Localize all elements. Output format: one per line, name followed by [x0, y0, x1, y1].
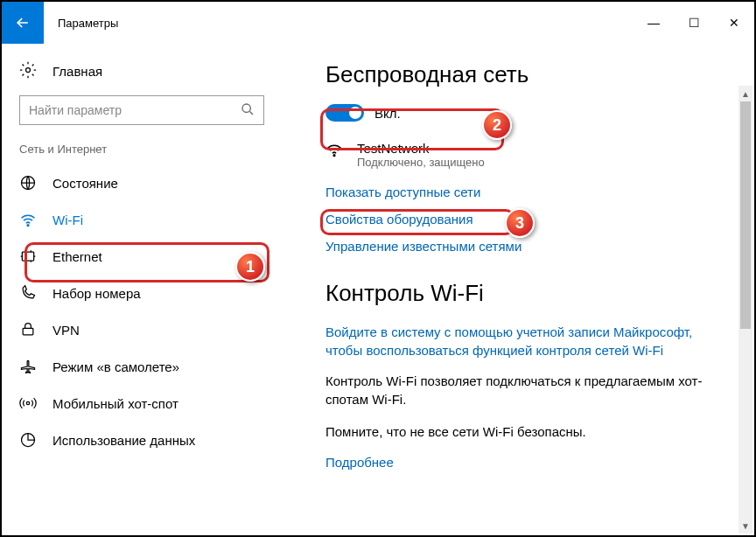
nav-label: Мобильный хот-спот	[52, 396, 178, 411]
wifi-toggle-label: Вкл.	[374, 106, 401, 121]
section-label: Сеть и Интернет	[2, 143, 282, 164]
hotspot-icon	[19, 394, 37, 412]
ethernet-icon	[19, 248, 37, 265]
badge-3: 3	[505, 208, 535, 238]
sidebar: Главная Найти параметр Сеть и Интернет С…	[2, 44, 282, 535]
search-input[interactable]: Найти параметр	[19, 95, 264, 125]
wifi-safety-note: Помните, что не все сети Wi-Fi безопасны…	[326, 422, 728, 441]
window-title: Параметры	[44, 2, 634, 44]
gear-icon	[19, 61, 37, 81]
home-label: Главная	[52, 64, 102, 79]
badge-1: 1	[235, 252, 265, 282]
nav-label: Состояние	[52, 176, 118, 191]
svg-point-1	[242, 104, 250, 112]
svg-rect-4	[22, 252, 33, 261]
wifi-signal-icon	[326, 141, 343, 158]
wifi-toggle-row: Вкл.	[326, 104, 728, 122]
section-heading-wifi-control: Контроль Wi-Fi	[326, 280, 728, 307]
link-manage-known[interactable]: Управление известными сетями	[326, 239, 728, 254]
nav-label: VPN	[52, 323, 80, 338]
scrollbar[interactable]: ▲ ▼	[738, 86, 752, 534]
wifi-icon	[19, 211, 37, 228]
sidebar-item-airplane[interactable]: Режим «в самолете»	[2, 348, 282, 385]
back-button[interactable]	[2, 2, 44, 44]
link-show-available[interactable]: Показать доступные сети	[326, 185, 728, 199]
sidebar-item-vpn[interactable]: VPN	[2, 311, 282, 348]
nav-label: Набор номера	[52, 286, 141, 301]
svg-point-0	[26, 68, 31, 73]
sidebar-item-wifi[interactable]: Wi-Fi	[2, 201, 282, 238]
maximize-button[interactable]: ☐	[674, 2, 714, 44]
link-learn-more[interactable]: Подробнее	[326, 455, 728, 470]
scroll-up-icon[interactable]: ▲	[738, 86, 752, 101]
nav-label: Ethernet	[52, 249, 102, 264]
vpn-icon	[19, 321, 37, 338]
home-nav[interactable]: Главная	[2, 54, 282, 95]
current-network[interactable]: TestNetwork Подключено, защищено	[326, 141, 728, 169]
wifi-toggle[interactable]	[326, 104, 364, 122]
scroll-thumb[interactable]	[740, 101, 751, 329]
link-signin-ms[interactable]: Войдите в систему с помощью учетной запи…	[326, 323, 728, 359]
sidebar-item-hotspot[interactable]: Мобильный хот-спот	[2, 385, 282, 422]
airplane-icon	[19, 358, 37, 375]
minimize-button[interactable]: —	[634, 2, 674, 44]
wifi-control-desc: Контроль Wi-Fi позволяет подключаться к …	[326, 372, 728, 408]
sidebar-item-data-usage[interactable]: Использование данных	[2, 422, 282, 458]
svg-point-8	[333, 155, 335, 157]
svg-point-6	[26, 401, 29, 404]
sidebar-item-dialup[interactable]: Набор номера	[2, 275, 282, 311]
network-name: TestNetwork	[357, 141, 485, 156]
nav-label: Использование данных	[52, 433, 195, 448]
globe-icon	[19, 174, 37, 192]
svg-rect-5	[23, 328, 33, 335]
search-icon	[241, 102, 255, 119]
page-heading: Беспроводная сеть	[326, 61, 728, 88]
data-usage-icon	[19, 431, 37, 449]
scroll-down-icon[interactable]: ▼	[738, 518, 752, 534]
dialup-icon	[19, 284, 37, 302]
nav-label: Wi-Fi	[52, 213, 83, 227]
svg-point-3	[27, 225, 29, 227]
search-placeholder: Найти параметр	[29, 103, 122, 117]
window-controls: — ☐ ✕	[634, 2, 754, 44]
network-status: Подключено, защищено	[357, 156, 485, 169]
titlebar: Параметры — ☐ ✕	[2, 2, 754, 44]
main-content: Беспроводная сеть Вкл. TestNetwork Подкл…	[282, 44, 754, 535]
close-button[interactable]: ✕	[714, 2, 754, 44]
nav-label: Режим «в самолете»	[52, 359, 179, 374]
badge-2: 2	[482, 110, 512, 140]
sidebar-item-status[interactable]: Состояние	[2, 164, 282, 201]
